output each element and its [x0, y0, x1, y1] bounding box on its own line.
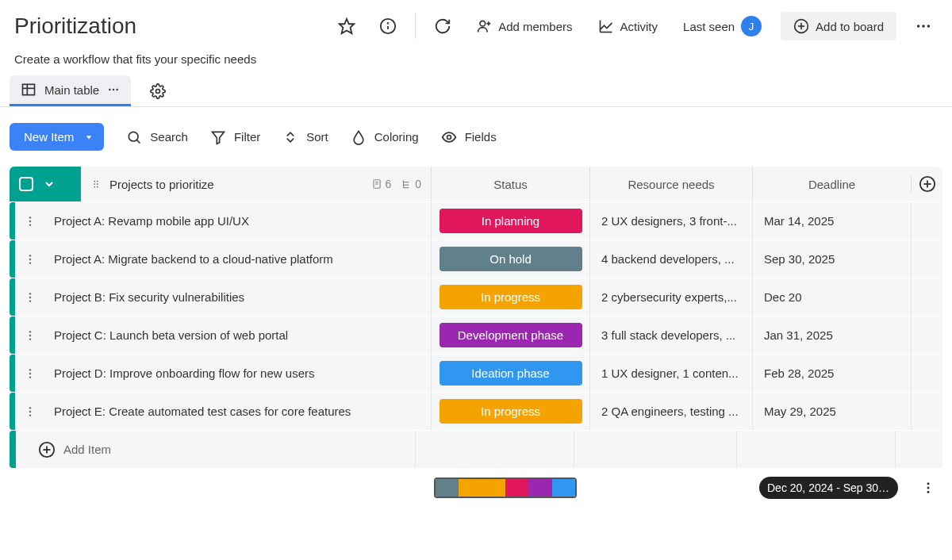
svg-point-16 [109, 89, 110, 90]
svg-point-43 [29, 224, 30, 225]
chevron-down-icon [85, 133, 93, 141]
drag-handle-icon[interactable] [90, 178, 102, 190]
table-icon [21, 82, 36, 98]
status-segment [505, 479, 528, 497]
column-header-status[interactable]: Status [431, 167, 589, 201]
svg-marker-0 [340, 19, 354, 33]
chevron-down-icon[interactable] [43, 178, 56, 190]
status-cell[interactable]: In progress [431, 278, 589, 316]
filter-icon [210, 129, 226, 145]
row-name[interactable]: Project A: Migrate backend to a cloud-na… [44, 252, 431, 266]
row-menu-icon[interactable] [15, 329, 44, 342]
table-row[interactable]: Project A: Migrate backend to a cloud-na… [10, 240, 942, 278]
status-segment [528, 479, 551, 497]
deadline-cell[interactable]: Sep 30, 2025 [752, 240, 911, 278]
deadline-cell[interactable]: Mar 14, 2025 [752, 202, 911, 240]
resource-cell[interactable]: 2 QA engineers, testing ... [589, 393, 752, 430]
select-all-checkbox[interactable] [19, 177, 33, 191]
status-cell[interactable]: Development phase [431, 316, 589, 354]
sort-button[interactable]: Sort [282, 129, 328, 145]
status-cell[interactable]: In progress [431, 393, 589, 430]
deadline-cell[interactable]: Feb 28, 2025 [752, 355, 911, 392]
row-menu-icon[interactable] [15, 367, 44, 380]
svg-point-45 [29, 258, 30, 259]
last-seen-button[interactable]: Last seen J [677, 11, 768, 41]
row-name[interactable]: Project E: Create automated test cases f… [44, 405, 431, 418]
resource-cell[interactable]: 2 cybersecurity experts,... [589, 278, 752, 316]
svg-point-29 [94, 186, 95, 188]
svg-marker-20 [86, 136, 92, 139]
resource-cell[interactable]: 2 UX designers, 3 front-... [589, 202, 752, 240]
column-header-resource[interactable]: Resource needs [589, 167, 752, 201]
svg-point-24 [447, 135, 451, 139]
avatar: J [741, 16, 762, 36]
add-column-button[interactable] [911, 175, 942, 193]
add-item-row[interactable]: Add Item [10, 430, 942, 468]
group-sub-count: 0 [415, 178, 421, 190]
svg-point-41 [29, 217, 30, 218]
row-menu-icon[interactable] [15, 253, 44, 266]
search-label: Search [150, 130, 188, 144]
svg-point-46 [29, 262, 30, 263]
resource-cell[interactable]: 4 backend developers, ... [589, 240, 752, 278]
document-icon [371, 178, 382, 190]
coloring-button[interactable]: Coloring [351, 129, 419, 145]
row-menu-icon[interactable] [15, 291, 44, 304]
subitems-icon [401, 178, 412, 190]
deadline-cell[interactable]: Jan 31, 2025 [752, 316, 911, 354]
column-header-deadline[interactable]: Deadline [752, 167, 911, 201]
row-name[interactable]: Project C: Launch beta version of web po… [44, 328, 431, 342]
svg-point-12 [927, 25, 931, 28]
svg-point-3 [388, 23, 389, 24]
fields-button[interactable]: Fields [441, 129, 497, 145]
deadline-cell[interactable]: Dec 20 [752, 278, 911, 316]
svg-point-62 [927, 482, 930, 485]
deadline-cell[interactable]: May 29, 2025 [752, 393, 911, 430]
resource-cell[interactable]: 3 full stack developers, ... [589, 316, 752, 354]
svg-marker-23 [212, 132, 224, 144]
add-members-label: Add members [498, 20, 572, 33]
more-icon[interactable] [909, 12, 938, 40]
table-row[interactable]: Project A: Revamp mobile app UI/UX In pl… [10, 201, 942, 240]
table-row[interactable]: Project E: Create automated test cases f… [10, 392, 942, 430]
status-cell[interactable]: Ideation phase [431, 355, 589, 392]
row-menu-icon[interactable] [15, 215, 44, 228]
row-name[interactable]: Project A: Revamp mobile app UI/UX [44, 214, 431, 228]
table-row[interactable]: Project D: Improve onboarding flow for n… [10, 354, 942, 392]
svg-line-22 [137, 140, 140, 143]
resource-cell[interactable]: 1 UX designer, 1 conten... [589, 355, 752, 392]
add-members-button[interactable]: Add members [470, 13, 578, 39]
plus-circle-icon [793, 18, 809, 34]
svg-point-54 [29, 372, 30, 374]
svg-point-19 [156, 89, 160, 93]
svg-point-4 [480, 21, 486, 26]
filter-button[interactable]: Filter [210, 129, 260, 145]
info-icon[interactable] [374, 12, 402, 40]
svg-point-57 [29, 410, 30, 412]
svg-point-42 [29, 220, 30, 221]
row-menu-icon[interactable] [15, 405, 44, 418]
row-name[interactable]: Project B: Fix security vulnerabilities [44, 290, 431, 304]
search-button[interactable]: Search [126, 129, 188, 145]
plus-circle-icon [38, 441, 56, 458]
tab-main-table[interactable]: Main table [10, 75, 131, 106]
svg-point-51 [29, 334, 30, 336]
table-row[interactable]: Project B: Fix security vulnerabilities … [10, 278, 942, 316]
more-horizontal-icon[interactable] [107, 83, 120, 96]
svg-point-50 [29, 331, 30, 332]
new-item-button[interactable]: New Item [10, 123, 104, 151]
settings-icon[interactable] [144, 77, 172, 105]
add-to-board-button[interactable]: Add to board [781, 12, 896, 40]
table-row[interactable]: Project C: Launch beta version of web po… [10, 316, 942, 354]
star-icon[interactable] [332, 12, 361, 40]
group-name[interactable]: Projects to prioritize [109, 178, 363, 191]
more-vertical-icon[interactable] [914, 474, 942, 502]
row-name[interactable]: Project D: Improve onboarding flow for n… [44, 366, 431, 380]
add-item-label: Add Item [63, 443, 111, 456]
sync-icon[interactable] [428, 12, 457, 40]
sort-icon [282, 129, 298, 145]
status-cell[interactable]: In planning [431, 202, 589, 240]
status-cell[interactable]: On hold [431, 240, 589, 278]
group-doc-count: 6 [386, 178, 392, 190]
activity-button[interactable]: Activity [592, 13, 665, 39]
